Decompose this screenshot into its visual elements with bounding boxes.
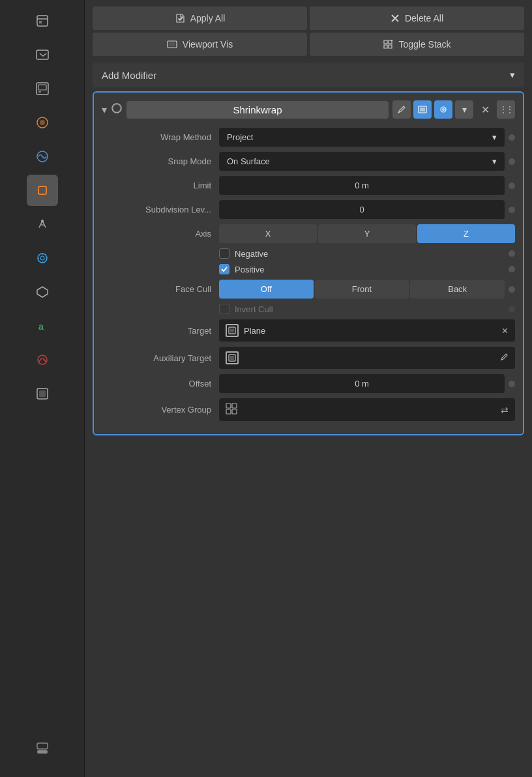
svg-rect-27 — [230, 329, 234, 332]
vertex-group-field[interactable]: ⇄ — [219, 398, 515, 421]
svg-text:a: a — [38, 321, 44, 332]
subdivision-label: Subdivision Lev... — [102, 205, 219, 214]
viewport-vis-icon — [167, 40, 177, 48]
modifier-render-icon-btn[interactable] — [434, 100, 452, 119]
limit-input[interactable]: 0 m — [219, 176, 505, 195]
target-field[interactable]: Plane ✕ — [219, 319, 515, 342]
modifier-close-btn[interactable]: ✕ — [476, 100, 494, 119]
offset-input[interactable]: 0 m — [219, 374, 505, 393]
offset-row: Offset 0 m — [102, 374, 515, 393]
invert-cull-checkbox[interactable] — [219, 304, 229, 314]
modifier-type-icon — [111, 102, 123, 117]
subdivision-row: Subdivision Lev... 0 — [102, 200, 515, 219]
snap-mode-label: Snap Mode — [102, 156, 219, 166]
vertex-group-swap-icon[interactable]: ⇄ — [501, 405, 509, 415]
wrap-method-label: Wrap Method — [102, 132, 219, 142]
sidebar-item-view-layer[interactable] — [27, 107, 58, 138]
auxiliary-target-eyedropper-icon[interactable] — [499, 353, 509, 364]
negative-label: Negative — [235, 249, 268, 259]
svg-rect-9 — [38, 186, 46, 194]
axis-z-button[interactable]: Z — [417, 224, 515, 243]
sidebar-item-particles[interactable] — [27, 242, 58, 274]
viewport-vis-label: Viewport Vis — [183, 39, 233, 50]
add-modifier-button[interactable]: Add Modifier ▾ — [93, 63, 524, 87]
snap-mode-dropdown[interactable]: On Surface ▾ — [219, 152, 505, 171]
positive-checkbox[interactable] — [219, 264, 229, 274]
target-clear-button[interactable]: ✕ — [501, 326, 509, 336]
snap-mode-value: On Surface — [227, 156, 270, 166]
snap-mode-row: Snap Mode On Surface ▾ — [102, 152, 515, 171]
auxiliary-target-label: Auxiliary Target — [102, 353, 219, 363]
auxiliary-target-control — [219, 347, 515, 369]
sidebar-item-material[interactable] — [27, 378, 58, 409]
svg-rect-34 — [232, 409, 237, 414]
delete-all-label: Delete All — [405, 13, 443, 23]
modifier-expand-icon-btn[interactable]: ▾ — [455, 100, 473, 119]
svg-rect-4 — [38, 85, 46, 90]
offset-dot — [509, 381, 515, 387]
negative-checkbox[interactable] — [219, 248, 229, 259]
limit-dot — [509, 183, 515, 189]
sidebar-item-modifier[interactable] — [27, 209, 58, 240]
modifier-name-input[interactable] — [126, 101, 389, 119]
limit-label: Limit — [102, 181, 219, 190]
face-cull-off-button[interactable]: Off — [219, 280, 314, 299]
target-value: Plane — [244, 326, 265, 336]
sidebar-item-constraints[interactable]: a — [27, 310, 58, 342]
wrap-method-row: Wrap Method Project ▾ — [102, 128, 515, 147]
wrap-method-dropdown[interactable]: Project ▾ — [219, 128, 505, 147]
viewport-vis-button[interactable]: Viewport Vis — [93, 33, 307, 56]
modifier-more-btn[interactable]: ⋮⋮ — [497, 100, 515, 119]
toggle-stack-label: Toggle Stack — [398, 39, 451, 50]
toggle-stack-button[interactable]: Toggle Stack — [310, 33, 524, 56]
target-label: Target — [102, 326, 219, 336]
svg-point-7 — [40, 120, 45, 125]
modifier-edit-icon-btn[interactable] — [392, 100, 411, 119]
delete-all-button[interactable]: Delete All — [310, 7, 524, 30]
sidebar-item-scene[interactable] — [27, 5, 58, 37]
subdivision-input[interactable]: 0 — [219, 200, 505, 219]
axis-label: Axis — [102, 229, 219, 239]
svg-rect-0 — [37, 16, 48, 26]
svg-point-10 — [41, 220, 44, 222]
sidebar-item-physics[interactable] — [27, 276, 58, 308]
wrap-method-chevron-icon: ▾ — [492, 132, 497, 142]
offset-label: Offset — [102, 379, 219, 388]
sidebar-item-object-data[interactable] — [27, 344, 58, 375]
axis-button-group: X Y Z — [219, 224, 515, 243]
svg-rect-18 — [37, 743, 48, 749]
wrap-method-dot — [509, 134, 515, 141]
face-cull-dot — [509, 286, 515, 293]
negative-dot — [509, 250, 515, 257]
axis-x-button[interactable]: X — [219, 224, 317, 243]
face-cull-back-button[interactable]: Back — [410, 280, 505, 299]
face-cull-row: Face Cull Off Front Back — [102, 280, 515, 299]
modifier-realtime-icon-btn[interactable] — [413, 100, 432, 119]
svg-rect-31 — [226, 403, 231, 408]
axis-control: X Y Z — [219, 224, 515, 243]
modifier-collapse-icon[interactable]: ▾ — [102, 104, 107, 116]
face-cull-front-button[interactable]: Front — [315, 280, 409, 299]
checkmark-icon — [221, 266, 228, 272]
limit-control: 0 m — [219, 176, 505, 195]
vertex-group-control: ⇄ — [219, 398, 515, 421]
svg-point-21 — [112, 104, 121, 113]
svg-rect-23 — [420, 108, 425, 111]
auxiliary-target-field[interactable] — [219, 347, 515, 369]
positive-dot — [509, 266, 515, 272]
invert-cull-row: Invert Cull — [102, 304, 515, 314]
sidebar-item-object[interactable] — [27, 175, 58, 206]
sidebar-item-output[interactable] — [27, 73, 58, 104]
apply-all-button[interactable]: Apply All — [93, 7, 307, 30]
auxiliary-target-object-icon — [226, 351, 239, 364]
svg-point-11 — [38, 254, 47, 263]
sidebar-item-scene-props[interactable] — [27, 141, 58, 172]
axis-y-button[interactable]: Y — [318, 224, 416, 243]
add-modifier-chevron-icon: ▾ — [510, 69, 515, 81]
invert-cull-label: Invert Cull — [235, 304, 273, 314]
svg-rect-16 — [39, 390, 46, 397]
sidebar-item-render[interactable] — [27, 39, 58, 70]
svg-point-25 — [442, 108, 445, 111]
svg-rect-2 — [37, 50, 48, 59]
sidebar-item-bottom[interactable] — [27, 733, 58, 764]
